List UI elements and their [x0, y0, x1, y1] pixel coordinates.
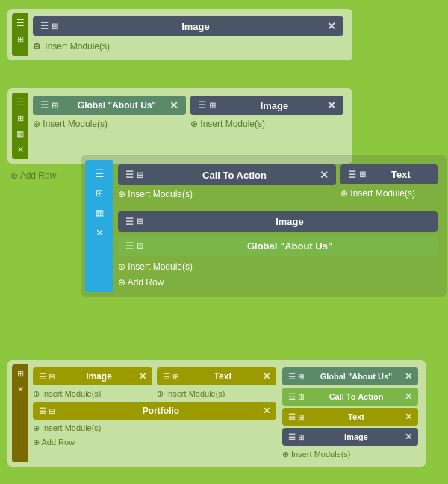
bottom-insert-port[interactable]: ⊕ Insert Module(s) [33, 424, 102, 432]
br-cta-menu: ☰ [288, 392, 296, 402]
menu-icon-2: ☰ [16, 97, 25, 108]
add-row-panel2[interactable]: ⊕ Add Row [10, 170, 56, 181]
image-bar-2: ☰ ⊞ Image ✕ [190, 96, 343, 115]
bottom-insert-1b[interactable]: ⊕ Insert Module(s) [157, 389, 225, 398]
image-bar-dark: ☰ ⊞ Image [118, 211, 438, 232]
br-cta-bar: ☰ ⊞ Call To Action ✕ [282, 388, 418, 406]
cta-bar: ☰ ⊞ Call To Action ✕ [118, 164, 336, 185]
br-cta-title: Call To Action [308, 392, 405, 401]
br-global-layout: ⊞ [298, 373, 304, 381]
plus-icon-1: ⊕ [33, 41, 40, 52]
br-text-bar: ☰ ⊞ Text ✕ [282, 408, 418, 426]
br-text-title: Text [308, 412, 405, 421]
bottom-sidebar: ⊞ ✕ [12, 364, 28, 462]
br-global-close[interactable]: ✕ [405, 371, 412, 382]
global-about-title: Global "About Us" [64, 100, 169, 111]
global-about-bar: ☰ ⊞ Global "About Us" ✕ [33, 96, 186, 115]
global-dark-layout-icon: ⊞ [137, 241, 143, 251]
bottom-panel: ⊞ ✕ ☰ ⊞ Image ✕ ⊕ Insert Module(s) [7, 360, 426, 467]
image-dark-title: Image [149, 216, 430, 227]
br-insert-module[interactable]: ⊕ Insert Module(s) [282, 450, 351, 459]
bottom-image-close[interactable]: ✕ [139, 371, 146, 382]
image-bar-close[interactable]: ✕ [327, 20, 336, 32]
bar-menu-icon-i2: ☰ [198, 100, 206, 111]
br-image-close[interactable]: ✕ [405, 432, 412, 442]
image-bar-2-title: Image [222, 100, 327, 111]
image-dark-layout-icon: ⊞ [137, 217, 143, 226]
bottom-portfolio-bar: ☰ ⊞ Portfolio ✕ [33, 402, 276, 420]
bar-menu-icon: ☰ [40, 21, 49, 31]
text-bar-title: Text [372, 169, 430, 180]
add-row-dark[interactable]: ⊕ Add Row [118, 277, 164, 288]
b-port-layout: ⊞ [49, 407, 55, 415]
insert-module-link-1[interactable]: ⊕ Insert Module(s) [33, 41, 110, 52]
br-image-title: Image [308, 432, 405, 441]
image-bar-2-close[interactable]: ✕ [327, 99, 336, 111]
bottom-image-title: Image [59, 371, 139, 382]
image-dark-menu-icon: ☰ [125, 217, 134, 227]
layout-icon: ⊞ [17, 34, 24, 44]
bar-layout-icon: ⊞ [52, 22, 58, 31]
cta-bar-close[interactable]: ✕ [320, 169, 329, 181]
cta-bar-title: Call To Action [149, 170, 320, 181]
insert-module-dark-3[interactable]: ⊕ Insert Module(s) [118, 261, 193, 272]
insert-module-text[interactable]: ⊕ Insert Module(s) [340, 188, 415, 199]
panel-1: ☰ ⊞ ☰ ⊞ Image ✕ ⊕ Insert Module(s) [7, 9, 352, 60]
br-cta-close[interactable]: ✕ [405, 391, 412, 402]
global-about-close[interactable]: ✕ [169, 99, 178, 111]
insert-module-cta[interactable]: ⊕ Insert Module(s) [118, 189, 193, 199]
br-global-bar: ☰ ⊞ Global "About Us" ✕ [282, 367, 418, 385]
cta-bar-menu-icon: ☰ [125, 170, 134, 180]
b-txt-menu: ☰ [163, 372, 170, 382]
br-text-layout: ⊞ [298, 413, 304, 421]
image-bar-title: Image [64, 21, 327, 32]
bottom-image-bar: ☰ ⊞ Image ✕ [33, 367, 152, 385]
bar-layout-icon-g: ⊞ [52, 101, 58, 111]
bottom-text-title: Text [183, 371, 263, 382]
blue-sidebar: ☰ ⊞ ▦ ✕ [85, 160, 113, 292]
bottom-layout-icon: ⊞ [17, 369, 24, 379]
br-text-menu: ☰ [288, 412, 296, 422]
global-bar-dark: ☰ ⊞ Global "About Us" [118, 236, 438, 256]
br-cta-layout: ⊞ [298, 393, 304, 401]
bottom-insert-1a[interactable]: ⊕ Insert Module(s) [33, 389, 102, 398]
layout-icon-2: ⊞ [17, 114, 24, 123]
text-bar-menu-icon: ☰ [348, 170, 356, 180]
text-bar: ☰ ⊞ Text [340, 164, 438, 184]
b-txt-layout: ⊞ [172, 373, 178, 381]
close-icon-2[interactable]: ✕ [17, 145, 24, 155]
br-image-bar: ☰ ⊞ Image ✕ [282, 428, 418, 446]
panel-2: ☰ ⊞ ▦ ✕ ☰ ⊞ Global "About Us" ✕ ⊕ Insert… [7, 88, 352, 164]
blue-layout-icon: ⊞ [96, 188, 103, 199]
bottom-portfolio-close[interactable]: ✕ [263, 406, 270, 416]
global-dark-title: Global "About Us" [149, 241, 430, 252]
br-global-title: Global "About Us" [308, 372, 405, 381]
bottom-portfolio-title: Portfolio [59, 406, 263, 416]
b-img-menu: ☰ [39, 372, 46, 382]
b-port-menu: ☰ [39, 406, 46, 416]
insert-module-link-2b[interactable]: ⊕ Insert Module(s) [190, 119, 265, 129]
panel-1-sidebar: ☰ ⊞ [12, 13, 28, 56]
blue-close-icon[interactable]: ✕ [96, 227, 104, 238]
br-image-menu: ☰ [288, 432, 296, 442]
bar-menu-icon-g: ☰ [40, 100, 49, 111]
bottom-close-icon[interactable]: ✕ [17, 385, 24, 394]
bottom-text-close[interactable]: ✕ [263, 371, 270, 382]
blue-grid-icon: ▦ [96, 208, 104, 218]
insert-module-link-2a[interactable]: ⊕ Insert Module(s) [33, 119, 108, 129]
bottom-right-section: ☰ ⊞ Global "About Us" ✕ ☰ ⊞ Call To Acti… [279, 364, 421, 462]
bottom-add-row[interactable]: ⊕ Add Row [33, 438, 75, 447]
cta-bar-layout-icon: ⊞ [137, 170, 143, 180]
grid-icon-2: ▦ [16, 129, 24, 139]
text-bar-layout-icon: ⊞ [359, 170, 366, 179]
global-dark-menu-icon: ☰ [125, 241, 134, 252]
br-global-menu: ☰ [288, 372, 296, 382]
panel-2-sidebar: ☰ ⊞ ▦ ✕ [12, 93, 28, 159]
br-text-close[interactable]: ✕ [405, 412, 412, 422]
bar-layout-icon-i2: ⊞ [209, 101, 216, 111]
image-module-bar: ☰ ⊞ Image ✕ [33, 16, 343, 36]
bottom-text-bar: ☰ ⊞ Text ✕ [157, 367, 276, 385]
b-img-layout: ⊞ [49, 373, 55, 381]
menu-icon: ☰ [16, 18, 25, 28]
br-image-layout: ⊞ [298, 433, 304, 441]
